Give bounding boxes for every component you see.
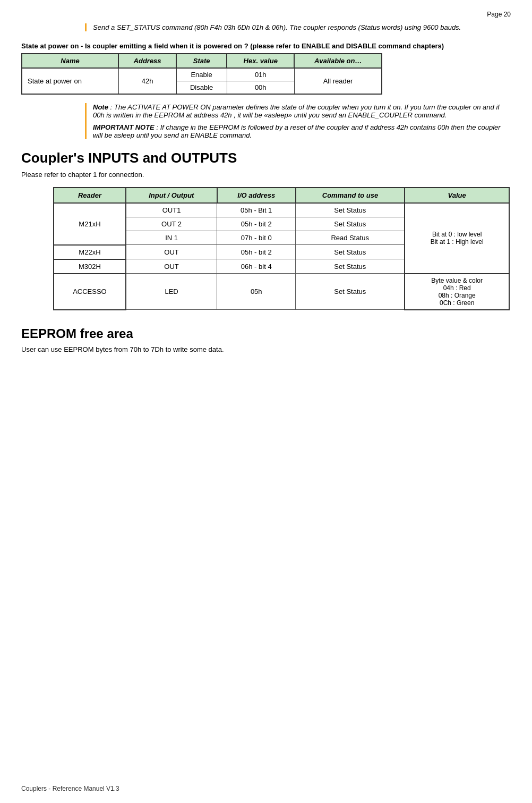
io-led: LED xyxy=(126,274,217,310)
io-out2: OUT 2 xyxy=(126,217,217,231)
cmd-accesso: Set Status xyxy=(296,274,405,310)
io-table: Reader Input / Output I/O address Comman… xyxy=(53,187,510,310)
footer-text: Couplers - Reference Manuel V1.3 xyxy=(21,785,119,792)
cmd-out1: Set Status xyxy=(296,203,405,217)
table-row: ACCESSO LED 05h Set Status Byte value & … xyxy=(54,274,509,310)
state-available-cell: All reader xyxy=(294,68,382,94)
state-row2-hex: 00h xyxy=(227,81,294,95)
io-in1: IN 1 xyxy=(126,231,217,245)
cmd-out2: Set Status xyxy=(296,217,405,231)
state-title: State at power on - Is coupler emitting … xyxy=(21,42,511,50)
addr-out2: 05h - bit 2 xyxy=(217,217,296,231)
note-text: Note : The ACTIVATE AT POWER ON paramete… xyxy=(93,103,511,119)
state-row1-hex: 01h xyxy=(227,68,294,81)
state-section: State at power on - Is coupler emitting … xyxy=(21,42,511,95)
value-accesso: Byte value & color04h : Red08h : Orange0… xyxy=(405,274,509,310)
important-label: IMPORTANT NOTE xyxy=(93,123,155,131)
io-m302-out: OUT xyxy=(126,259,217,274)
state-table-header-address: Address xyxy=(118,54,176,68)
intro-block: Send a SET_STATUS command (80h F4h 03h 6… xyxy=(85,23,511,31)
coupler-subtitle: Please refer to chapter 1 for connection… xyxy=(21,171,511,179)
io-header-reader: Reader xyxy=(54,188,126,203)
page-number: Page 20 xyxy=(21,11,511,18)
state-table: Name Address State Hex. value Available … xyxy=(21,53,382,95)
addr-out1: 05h - Bit 1 xyxy=(217,203,296,217)
state-table-header-name: Name xyxy=(22,54,118,68)
io-header-value: Value xyxy=(405,188,509,203)
state-table-header-available: Available on… xyxy=(294,54,382,68)
eeprom-heading: EEPROM free area xyxy=(21,326,511,341)
note-label: Note xyxy=(93,103,108,111)
cmd-m22: Set Status xyxy=(296,245,405,259)
coupler-heading: Coupler's INPUTS and OUTPUTS xyxy=(21,150,511,166)
important-text2: : If change in the EEPROM is followed by… xyxy=(93,123,501,139)
reader-accesso: ACCESSO xyxy=(54,274,126,310)
table-row: M21xH OUT1 05h - Bit 1 Set Status Bit at… xyxy=(54,203,509,217)
addr-accesso: 05h xyxy=(217,274,296,310)
state-table-header-state: State xyxy=(176,54,227,68)
io-header-command: Command to use xyxy=(296,188,405,203)
state-table-header-hex: Hex. value xyxy=(227,54,294,68)
eeprom-text: User can use EEPROM bytes from 70h to 7D… xyxy=(21,345,511,353)
addr-m22: 05h - bit 2 xyxy=(217,245,296,259)
addr-m302: 06h - bit 4 xyxy=(217,259,296,274)
state-title-bold: State at power on xyxy=(21,42,79,50)
cmd-m302: Set Status xyxy=(296,259,405,274)
table-row: State at power on 42h Enable 01h All rea… xyxy=(22,68,382,81)
cmd-in1: Read Status xyxy=(296,231,405,245)
reader-m302h: M302H xyxy=(54,259,126,274)
io-header-address: I/O address xyxy=(217,188,296,203)
state-title-rest: - Is coupler emitting a field when it is… xyxy=(79,42,444,50)
state-address-cell: 42h xyxy=(118,68,176,94)
important-note: IMPORTANT NOTE : If change in the EEPROM… xyxy=(93,123,511,139)
state-row2-state: Disable xyxy=(176,81,227,95)
reader-m22xh: M22xH xyxy=(54,245,126,259)
reader-m21xh: M21xH xyxy=(54,203,126,245)
note-block: Note : The ACTIVATE AT POWER ON paramete… xyxy=(85,103,511,139)
state-row1-state: Enable xyxy=(176,68,227,81)
addr-in1: 07h - bit 0 xyxy=(217,231,296,245)
state-name-cell: State at power on xyxy=(22,68,118,94)
io-header-io: Input / Output xyxy=(126,188,217,203)
io-out1: OUT1 xyxy=(126,203,217,217)
footer: Couplers - Reference Manuel V1.3 xyxy=(21,785,119,792)
note-text1: : The ACTIVATE AT POWER ON parameter def… xyxy=(93,103,500,119)
value-m21-m22-m302: Bit at 0 : low levelBit at 1 : High leve… xyxy=(405,203,509,274)
io-m22-out: OUT xyxy=(126,245,217,259)
intro-text: Send a SET_STATUS command (80h F4h 03h 6… xyxy=(93,23,511,31)
